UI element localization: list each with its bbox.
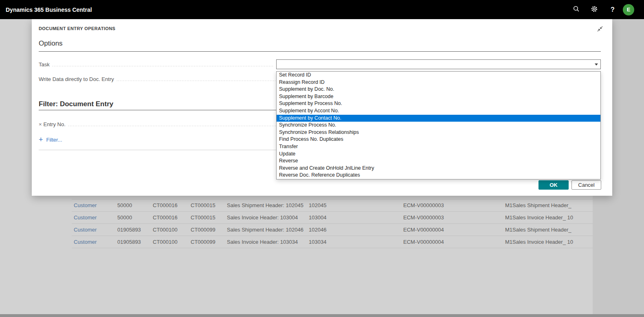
task-field-row: Task: [39, 59, 601, 69]
task-dropdown-option[interactable]: Reverse Doc. Reference Duplicates: [277, 172, 600, 179]
task-dropdown-option[interactable]: Set Record ID: [277, 72, 600, 79]
search-button[interactable]: [568, 2, 584, 18]
task-dropdown-option[interactable]: Reverse and Create OnHold JnlLine Entry: [277, 165, 600, 172]
account-avatar[interactable]: E: [623, 4, 634, 15]
task-dropdown-option[interactable]: Synchronize Process Relationships: [277, 129, 600, 136]
add-filter-link[interactable]: + Filter...: [39, 136, 62, 143]
ok-button[interactable]: OK: [538, 180, 569, 190]
table-row: Customer01905893CT000100CT000099Sales In…: [72, 236, 593, 248]
table-cell: CT000015: [191, 202, 227, 208]
record-link[interactable]: Customer: [74, 202, 117, 208]
task-dropdown-option[interactable]: Supplement by Accont No.: [277, 107, 600, 115]
table-cell: M1Sales Invoice Header_ 10: [505, 214, 593, 221]
table-cell: 102046: [309, 227, 403, 233]
record-link[interactable]: Customer: [74, 227, 117, 233]
record-link[interactable]: Customer: [74, 239, 117, 245]
table-cell: 50000: [117, 202, 153, 208]
table-cell: Sales Shipment Header: 102045: [227, 202, 309, 208]
options-divider: [39, 51, 601, 52]
table-cell: ECM-V00000004: [403, 239, 505, 245]
table-cell: M1Sales Invoice Header_ 10: [505, 239, 593, 245]
table-cell: ECM-V00000003: [403, 214, 505, 221]
entry-no-label: Entry No.: [44, 121, 68, 127]
remove-filter-icon[interactable]: ×: [39, 121, 42, 127]
task-dropdown-option[interactable]: Reverse: [277, 157, 600, 165]
table-cell: Sales Invoice Header: 103004: [227, 214, 309, 221]
task-select[interactable]: [276, 59, 601, 69]
table-cell: CT000099: [191, 227, 227, 233]
document-entry-operations-dialog: DOCUMENT ENTRY OPERATIONS Options Task W…: [32, 19, 612, 196]
table-cell: CT000015: [191, 214, 227, 221]
table-cell: M1Sales Shipment Header_: [505, 227, 593, 233]
task-dropdown-option[interactable]: Supplement by Barcode: [277, 93, 600, 101]
chevron-down-icon: [595, 63, 598, 66]
help-button[interactable]: ?: [604, 2, 621, 18]
task-dropdown-option[interactable]: Transfer: [277, 143, 600, 151]
table-cell: 102045: [309, 202, 403, 208]
task-dropdown-option[interactable]: Supplement by Process No.: [277, 100, 600, 107]
topbar: Dynamics 365 Business Central ? E: [0, 0, 644, 19]
table-cell: Sales Shipment Header: 102046: [227, 227, 309, 233]
add-filter-label: Filter...: [46, 137, 62, 143]
table-cell: ECM-V00000003: [403, 202, 505, 208]
search-icon: [573, 5, 580, 14]
task-label: Task: [39, 61, 53, 68]
options-section-title: Options: [39, 39, 63, 48]
table-cell: Sales Invoice Header: 103034: [227, 239, 309, 245]
gear-icon: [591, 5, 598, 14]
cancel-button[interactable]: Cancel: [571, 180, 601, 190]
app-title: Dynamics 365 Business Central: [6, 7, 92, 13]
table-cell: CT000099: [191, 239, 227, 245]
record-link[interactable]: Customer: [74, 214, 117, 221]
page-bottom-bar: [0, 314, 644, 317]
task-dropdown-option[interactable]: Supplement by Doc. No.: [277, 86, 600, 93]
task-dropdown-option[interactable]: Supplement by Contact No.: [277, 115, 600, 122]
collapse-dialog-button[interactable]: [595, 25, 605, 35]
table-cell: ECM-V00000004: [403, 227, 505, 233]
table-cell: CT000100: [153, 227, 191, 233]
table-cell: 103004: [309, 214, 403, 221]
table-cell: 01905893: [117, 239, 153, 245]
table-cell: 50000: [117, 214, 153, 221]
topbar-actions: ? E: [568, 2, 644, 18]
task-dropdown-list: Set Record IDReassign Record IDSupplemen…: [276, 71, 601, 179]
table-row: Customer50000CT000016CT000015Sales Shipm…: [72, 199, 593, 212]
task-dropdown-option[interactable]: Synchronize Process No.: [277, 122, 600, 129]
filter-section-title: Filter: Document Entry: [39, 100, 113, 108]
write-data-label: Write Data directly to Doc. Entry: [39, 76, 117, 82]
table-row: Customer50000CT000016CT000015Sales Invoi…: [72, 212, 593, 224]
task-dropdown-option[interactable]: Reassign Record ID: [277, 79, 600, 86]
settings-button[interactable]: [586, 2, 602, 18]
task-dropdown-option[interactable]: Find Process No. Duplicates: [277, 136, 600, 143]
plus-icon: +: [39, 136, 43, 143]
dialog-caption: DOCUMENT ENTRY OPERATIONS: [39, 26, 115, 31]
table-row: Customer01905893CT000100CT000099Sales Sh…: [72, 224, 593, 236]
table-cell: CT000100: [153, 239, 191, 245]
task-dropdown-option[interactable]: Update: [277, 151, 600, 158]
table-cell: 01905893: [117, 227, 153, 233]
table-cell: CT000016: [153, 202, 191, 208]
table-cell: CT000016: [153, 214, 191, 221]
background-table: Customer50000CT000016CT000015Sales Shipm…: [72, 199, 593, 248]
dotted-leader: [53, 66, 274, 66]
table-cell: 103034: [309, 239, 403, 245]
collapse-icon: [597, 26, 603, 34]
table-cell: M1Sales Shipment Header_: [505, 202, 593, 208]
